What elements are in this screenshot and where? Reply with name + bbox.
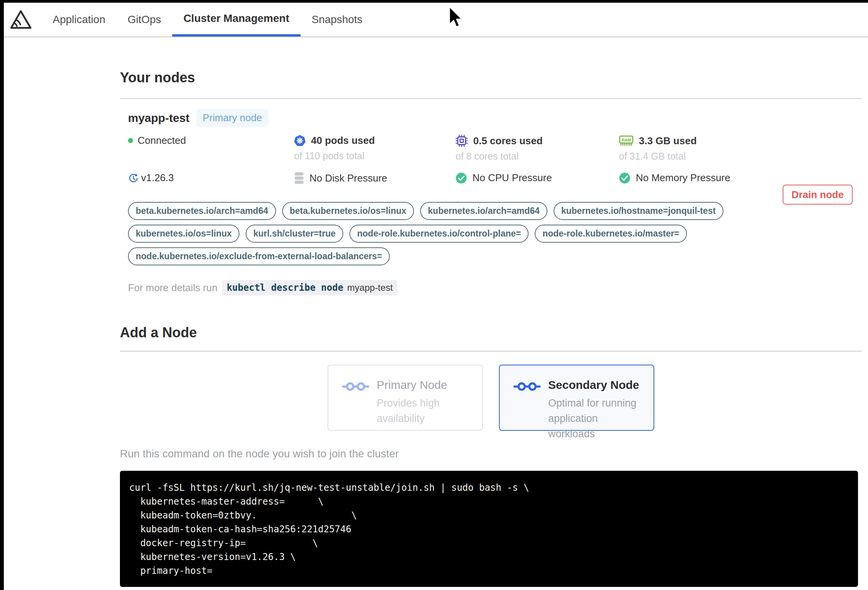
disk-icon xyxy=(294,172,304,184)
tab-cluster-management[interactable]: Cluster Management xyxy=(172,3,300,37)
node-label-chip: beta.kubernetes.io/arch=amd64 xyxy=(128,202,276,220)
kubectl-node-name: myapp-test xyxy=(347,282,393,293)
window-left-edge xyxy=(0,0,4,590)
node-stats-row-2: v1.26.3 No Disk Pressure No CPU Pre xyxy=(128,172,862,184)
memory-pressure-label: No Memory Pressure xyxy=(636,172,730,184)
node-label-chip: node-role.kubernetes.io/control-plane= xyxy=(349,225,529,243)
connected-dot-icon xyxy=(128,138,133,143)
secondary-node-option[interactable]: Secondary Node Optimal for running appli… xyxy=(499,365,654,431)
node-status: Connected xyxy=(128,135,294,147)
node-label-chip: kubernetes.io/hostname=jonquil-test xyxy=(554,202,723,220)
main-content: Your nodes myapp-test Primary node Conne… xyxy=(0,70,868,590)
node-card: myapp-test Primary node Connected xyxy=(120,109,862,295)
secondary-node-option-desc: Optimal for running application workload… xyxy=(548,395,644,442)
join-command-code-block: curl -fsSL https://kurl.sh/jq-new-test-u… xyxy=(120,471,858,587)
cpu-chip-icon xyxy=(456,135,468,147)
tab-label: Cluster Management xyxy=(183,12,289,25)
check-circle-icon xyxy=(456,172,467,184)
node-stats-row-1: Connected 40 pods used xyxy=(128,135,862,162)
node-details-hint: For more details run kubectl describe no… xyxy=(128,280,862,295)
node-labels: beta.kubernetes.io/arch=amd64 beta.kuber… xyxy=(128,202,812,265)
version-history-icon xyxy=(128,173,139,183)
node-label-chip: kubernetes.io/os=linux xyxy=(128,225,239,243)
tab-application[interactable]: Application xyxy=(42,3,116,37)
your-nodes-title: Your nodes xyxy=(120,70,862,86)
details-prefix: For more details run xyxy=(128,282,218,294)
tab-label: GitOps xyxy=(128,13,161,26)
code-line: kubeadm-token-ca-hash=sha256:221d25746 xyxy=(129,522,850,536)
code-line: kubeadm-token=0ztbvy. \ xyxy=(129,508,850,522)
node-label-chip: kubernetes.io/arch=amd64 xyxy=(420,202,547,220)
code-line: kubernetes-master-address= \ xyxy=(129,495,850,508)
cpu-pressure-label: No CPU Pressure xyxy=(472,172,552,184)
node-type-options: Primary Node Provides high availability … xyxy=(120,365,862,431)
memory-pressure-status: No Memory Pressure xyxy=(619,172,862,184)
node-label-chip: kurl.sh/cluster=true xyxy=(246,225,343,243)
cores-used-label: 0.5 cores used xyxy=(473,135,543,147)
node-label-chip: node.kubernetes.io/exclude-from-external… xyxy=(128,247,390,265)
primary-node-option[interactable]: Primary Node Provides high availability xyxy=(328,365,483,431)
node-label-chip: beta.kubernetes.io/os=linux xyxy=(282,202,414,220)
tab-label: Application xyxy=(53,13,105,26)
memory-stat: RAM 3.3 GB used of 31.4 GB total xyxy=(619,135,862,162)
window-top-edge xyxy=(0,0,868,3)
primary-node-option-desc: Provides high availability xyxy=(377,395,473,426)
disk-pressure-status: No Disk Pressure xyxy=(294,172,456,184)
ram-icon: RAM xyxy=(619,135,634,147)
node-version-label: v1.26.3 xyxy=(141,172,174,184)
tab-gitops[interactable]: GitOps xyxy=(116,3,172,37)
primary-node-option-title: Primary Node xyxy=(377,378,473,392)
node-version: v1.26.3 xyxy=(128,172,294,184)
primary-node-option-text: Primary Node Provides high availability xyxy=(377,378,473,430)
primary-node-badge: Primary node xyxy=(196,109,268,127)
node-label-chip: node-role.kubernetes.io/master= xyxy=(535,225,687,243)
code-line: docker-registry-ip= \ xyxy=(129,536,850,550)
add-a-node-title: Add a Node xyxy=(120,325,862,341)
top-nav: Application GitOps Cluster Management Sn… xyxy=(0,3,868,37)
pods-used-label: 40 pods used xyxy=(311,135,375,147)
memory-used-label: 3.3 GB used xyxy=(639,135,697,147)
kurl-logo-icon xyxy=(9,9,33,30)
join-command-instructions: Run this command on the node you wish to… xyxy=(120,448,862,460)
disk-pressure-label: No Disk Pressure xyxy=(309,172,387,184)
cluster-management-page: Application GitOps Cluster Management Sn… xyxy=(0,0,868,590)
node-status-label: Connected xyxy=(138,135,186,147)
cores-total-label: of 8 cores total xyxy=(456,151,619,162)
secondary-node-option-text: Secondary Node Optimal for running appli… xyxy=(548,378,644,430)
code-line: curl -fsSL https://kurl.sh/jq-new-test-u… xyxy=(129,481,850,495)
pods-total-label: of 110 pods total xyxy=(294,150,456,162)
section-divider xyxy=(120,351,862,352)
secondary-node-option-title: Secondary Node xyxy=(548,378,644,392)
check-circle-icon xyxy=(619,172,630,184)
pods-stat: 40 pods used of 110 pods total xyxy=(294,135,456,162)
cpu-pressure-status: No CPU Pressure xyxy=(456,172,619,184)
memory-total-label: of 31.4 GB total xyxy=(619,151,862,162)
node-header: myapp-test Primary node xyxy=(128,109,862,127)
code-line: kubernetes-version=v1.26.3 \ xyxy=(129,550,850,564)
section-divider xyxy=(120,98,862,99)
kubectl-command: kubectl describe node xyxy=(227,282,343,293)
cores-stat: 0.5 cores used of 8 cores total xyxy=(456,135,619,162)
tab-snapshots[interactable]: Snapshots xyxy=(301,3,374,37)
linked-nodes-icon xyxy=(514,381,540,392)
drain-node-button[interactable]: Drain node xyxy=(783,185,853,205)
tab-label: Snapshots xyxy=(312,13,362,26)
svg-text:RAM: RAM xyxy=(622,138,631,142)
app-logo xyxy=(0,3,42,37)
nav-tabs: Application GitOps Cluster Management Sn… xyxy=(42,3,374,37)
code-line: primary-host= xyxy=(129,564,850,578)
kubernetes-icon xyxy=(294,135,306,147)
linked-nodes-icon xyxy=(342,381,369,392)
kubectl-describe-snippet: kubectl describe node myapp-test xyxy=(222,280,397,295)
node-name: myapp-test xyxy=(128,112,190,125)
